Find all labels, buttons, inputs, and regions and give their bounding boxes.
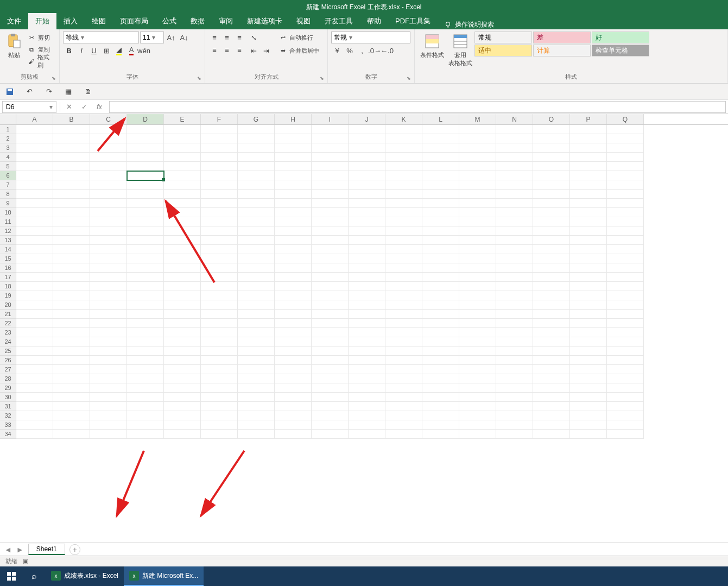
align-middle-button[interactable]: ≡ <box>221 31 233 43</box>
cell[interactable] <box>570 420 607 430</box>
cell[interactable] <box>422 411 459 420</box>
alignment-launcher[interactable]: ⬊ <box>320 75 326 82</box>
cell[interactable] <box>533 143 570 153</box>
cell[interactable] <box>496 226 533 236</box>
cell[interactable] <box>570 134 607 143</box>
cell[interactable] <box>127 263 164 273</box>
cell[interactable] <box>275 346 312 356</box>
bold-button[interactable]: B <box>63 45 75 56</box>
cell[interactable] <box>570 383 607 393</box>
cell[interactable] <box>238 374 275 383</box>
cell[interactable] <box>422 143 459 153</box>
cell[interactable] <box>496 236 533 245</box>
cell[interactable] <box>90 411 127 420</box>
cell[interactable] <box>312 402 349 411</box>
cell[interactable] <box>90 291 127 300</box>
cell[interactable] <box>275 199 312 208</box>
row-header[interactable]: 33 <box>0 420 16 430</box>
cell[interactable] <box>275 190 312 199</box>
cell[interactable] <box>496 374 533 383</box>
cell[interactable] <box>422 171 459 180</box>
cell[interactable] <box>570 143 607 153</box>
cell[interactable] <box>312 245 349 254</box>
orientation-button[interactable]: ⤡ <box>248 31 259 43</box>
cell[interactable] <box>385 171 422 180</box>
cell[interactable] <box>16 125 53 134</box>
cell[interactable] <box>349 245 385 254</box>
row-header[interactable]: 15 <box>0 254 16 263</box>
cell[interactable] <box>422 393 459 402</box>
cell[interactable] <box>53 356 90 365</box>
cell[interactable] <box>312 153 349 162</box>
cell[interactable] <box>385 245 422 254</box>
cell[interactable] <box>385 217 422 226</box>
cell[interactable] <box>349 411 385 420</box>
cell[interactable] <box>533 217 570 226</box>
cell[interactable] <box>422 180 459 190</box>
column-header[interactable]: G <box>238 114 275 124</box>
cell[interactable] <box>201 319 238 328</box>
cell[interactable] <box>385 236 422 245</box>
cell[interactable] <box>201 374 238 383</box>
cell[interactable] <box>201 337 238 346</box>
cell[interactable] <box>459 236 496 245</box>
cell[interactable] <box>16 245 53 254</box>
cell[interactable] <box>16 383 53 393</box>
row-header[interactable]: 1 <box>0 125 16 134</box>
font-color-button[interactable]: A <box>125 45 137 56</box>
tab-view[interactable]: 视图 <box>289 13 318 29</box>
cell[interactable] <box>459 337 496 346</box>
undo-button[interactable]: ↶ <box>23 85 36 98</box>
cell[interactable] <box>349 153 385 162</box>
cell[interactable] <box>238 245 275 254</box>
cell[interactable] <box>90 254 127 263</box>
cell[interactable] <box>164 374 201 383</box>
row-header[interactable]: 21 <box>0 310 16 319</box>
cell[interactable] <box>201 420 238 430</box>
cell[interactable] <box>127 162 164 171</box>
style-neutral[interactable]: 适中 <box>474 45 532 56</box>
cell[interactable] <box>422 402 459 411</box>
cell[interactable] <box>570 430 607 439</box>
cell[interactable] <box>533 208 570 217</box>
decrease-decimal-button[interactable]: ←.0 <box>381 45 393 56</box>
cell[interactable] <box>385 254 422 263</box>
cell[interactable] <box>385 374 422 383</box>
cell[interactable] <box>275 245 312 254</box>
cell[interactable] <box>533 300 570 310</box>
cell[interactable] <box>607 291 644 300</box>
cell[interactable] <box>349 393 385 402</box>
cell[interactable] <box>201 411 238 420</box>
cell[interactable] <box>385 420 422 430</box>
cell[interactable] <box>570 393 607 402</box>
cell[interactable] <box>238 346 275 356</box>
cell[interactable] <box>496 402 533 411</box>
cell[interactable] <box>53 153 90 162</box>
cell[interactable] <box>496 162 533 171</box>
cell[interactable] <box>349 236 385 245</box>
cell[interactable] <box>90 273 127 282</box>
cell[interactable] <box>349 254 385 263</box>
cell[interactable] <box>53 393 90 402</box>
cell[interactable] <box>607 337 644 346</box>
cell[interactable] <box>570 226 607 236</box>
cell[interactable] <box>607 411 644 420</box>
cell[interactable] <box>533 180 570 190</box>
cell[interactable] <box>607 125 644 134</box>
cell[interactable] <box>459 420 496 430</box>
cell[interactable] <box>607 319 644 328</box>
cell[interactable] <box>496 134 533 143</box>
cell[interactable] <box>312 310 349 319</box>
row-header[interactable]: 2 <box>0 134 16 143</box>
cell[interactable] <box>607 328 644 337</box>
cell[interactable] <box>164 328 201 337</box>
cell[interactable] <box>385 199 422 208</box>
cell[interactable] <box>275 217 312 226</box>
cell[interactable] <box>127 402 164 411</box>
cell[interactable] <box>164 393 201 402</box>
cell[interactable] <box>238 282 275 291</box>
cell[interactable] <box>312 411 349 420</box>
cell[interactable] <box>164 125 201 134</box>
cell[interactable] <box>349 226 385 236</box>
cell[interactable] <box>496 365 533 374</box>
